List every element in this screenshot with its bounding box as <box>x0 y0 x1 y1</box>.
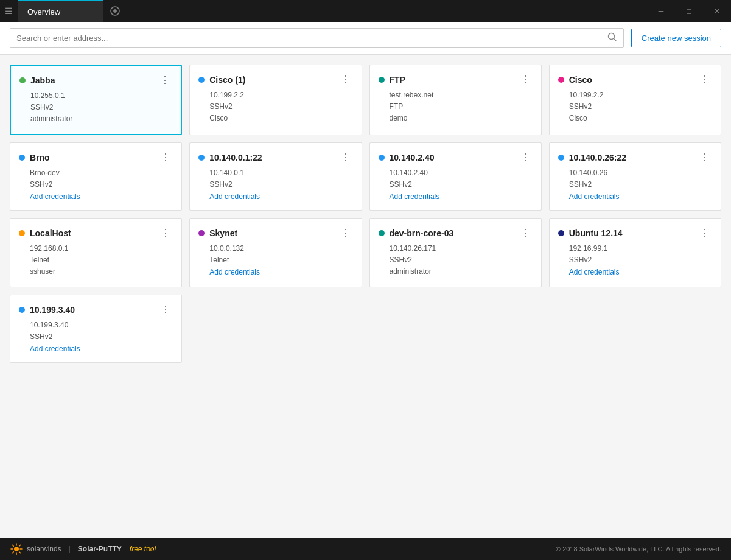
card-body: 192.168.0.1Telnetsshuser <box>19 243 173 278</box>
session-card-ubuntu[interactable]: Ubuntu 12.14 ⋮ 192.16.99.1SSHv2Add crede… <box>549 218 721 287</box>
card-body: 192.16.99.1SSHv2Add credentials <box>558 243 712 277</box>
card-menu-button[interactable]: ⋮ <box>338 152 353 164</box>
card-protocol: SSHv2 <box>569 101 712 113</box>
card-menu-button[interactable]: ⋮ <box>338 74 353 86</box>
card-menu-button[interactable]: ⋮ <box>158 74 172 86</box>
card-protocol: SSHv2 <box>30 331 173 343</box>
add-credentials-link[interactable]: Add credentials <box>30 192 80 201</box>
session-grid: Jabba ⋮ 10.255.0.1SSHv2administrator Cis… <box>10 65 721 363</box>
session-card-ip4[interactable]: 10.199.3.40 ⋮ 10.199.3.40SSHv2Add creden… <box>10 295 182 363</box>
status-dot <box>198 155 205 161</box>
add-credentials-link[interactable]: Add credentials <box>30 345 80 353</box>
add-credentials-link[interactable]: Add credentials <box>209 268 260 276</box>
card-menu-button[interactable]: ⋮ <box>698 74 712 86</box>
status-dot <box>19 155 25 161</box>
footer-app-name: Solar-PuTTY <box>78 545 122 553</box>
card-title: 10.140.0.1:22 <box>209 153 262 163</box>
card-menu-button[interactable]: ⋮ <box>518 227 533 239</box>
add-credentials-link[interactable]: Add credentials <box>569 268 620 276</box>
card-protocol: SSHv2 <box>30 179 173 191</box>
card-menu-button[interactable]: ⋮ <box>698 227 712 239</box>
card-address: 192.168.0.1 <box>30 243 173 254</box>
active-tab[interactable]: Overview <box>18 0 103 22</box>
card-menu-button[interactable]: ⋮ <box>158 227 173 239</box>
card-header: Ubuntu 12.14 ⋮ <box>558 227 712 239</box>
card-title: 10.140.2.40 <box>390 153 435 163</box>
search-bar[interactable] <box>10 28 624 48</box>
card-title: Cisco <box>569 75 592 85</box>
card-address: 10.140.26.171 <box>390 243 533 254</box>
card-header: Skynet ⋮ <box>198 227 352 239</box>
card-header: Brno ⋮ <box>19 152 173 164</box>
card-menu-button[interactable]: ⋮ <box>158 304 173 316</box>
session-card-ip1[interactable]: 10.140.0.1:22 ⋮ 10.140.0.1SSHv2Add crede… <box>189 142 362 211</box>
card-menu-button[interactable]: ⋮ <box>518 74 533 86</box>
status-dot <box>379 230 385 236</box>
card-title: Ubuntu 12.14 <box>569 228 623 238</box>
footer: solarwinds | Solar-PuTTY free tool © 201… <box>0 538 731 560</box>
card-address: 10.140.2.40 <box>390 167 533 179</box>
card-body: 10.199.2.2SSHv2Cisco <box>198 89 352 125</box>
tab-label: Overview <box>27 7 60 16</box>
card-header: Cisco ⋮ <box>558 74 712 86</box>
card-title: Brno <box>30 153 50 163</box>
toolbar: Create new session <box>0 22 731 55</box>
add-credentials-link[interactable]: Add credentials <box>209 192 260 201</box>
session-card-ip3[interactable]: 10.140.0.26:22 ⋮ 10.140.0.26SSHv2Add cre… <box>549 142 721 211</box>
card-menu-button[interactable]: ⋮ <box>158 152 173 164</box>
card-header: LocalHost ⋮ <box>19 227 173 239</box>
session-card-jabba[interactable]: Jabba ⋮ 10.255.0.1SSHv2administrator <box>10 65 182 135</box>
card-user: sshuser <box>30 266 173 278</box>
search-input[interactable] <box>16 33 607 43</box>
hamburger-icon[interactable]: ☰ <box>5 6 13 16</box>
card-address: 10.140.0.1 <box>209 167 352 179</box>
card-header: Cisco (1) ⋮ <box>198 74 352 86</box>
maximize-button[interactable]: ◻ <box>675 0 703 22</box>
card-header: FTP ⋮ <box>379 74 533 86</box>
add-tab-button[interactable] <box>103 0 127 22</box>
session-card-ip2[interactable]: 10.140.2.40 ⋮ 10.140.2.40SSHv2Add creden… <box>369 142 542 211</box>
card-body: 10.140.2.40SSHv2Add credentials <box>379 167 533 201</box>
card-header: 10.140.2.40 ⋮ <box>379 152 533 164</box>
card-protocol: SSHv2 <box>209 101 352 113</box>
title-bar: ☰ Overview ─ ◻ ✕ <box>0 0 731 22</box>
card-user: administrator <box>30 113 172 125</box>
card-menu-button[interactable]: ⋮ <box>698 152 712 164</box>
session-card-skynet[interactable]: Skynet ⋮ 10.0.0.132TelnetAdd credentials <box>189 218 362 287</box>
close-button[interactable]: ✕ <box>703 0 731 22</box>
main-content: Jabba ⋮ 10.255.0.1SSHv2administrator Cis… <box>0 55 731 538</box>
card-menu-button[interactable]: ⋮ <box>338 227 353 239</box>
create-session-button[interactable]: Create new session <box>631 29 721 47</box>
card-body: test.rebex.netFTPdemo <box>379 89 533 125</box>
search-icon <box>607 32 617 44</box>
card-title: LocalHost <box>30 228 71 238</box>
session-card-localhost[interactable]: LocalHost ⋮ 192.168.0.1Telnetsshuser <box>10 218 182 287</box>
session-card-dev-brn-core-03[interactable]: dev-brn-core-03 ⋮ 10.140.26.171SSHv2admi… <box>369 218 542 287</box>
card-header: dev-brn-core-03 ⋮ <box>379 227 533 239</box>
status-dot <box>19 77 26 83</box>
card-header: 10.199.3.40 ⋮ <box>19 304 173 316</box>
session-card-cisco1[interactable]: Cisco (1) ⋮ 10.199.2.2SSHv2Cisco <box>189 65 362 135</box>
card-title: dev-brn-core-03 <box>390 228 454 238</box>
card-header: 10.140.0.1:22 ⋮ <box>198 152 352 164</box>
card-menu-button[interactable]: ⋮ <box>518 152 533 164</box>
minimize-button[interactable]: ─ <box>647 0 675 22</box>
card-protocol: SSHv2 <box>30 102 172 113</box>
card-address: 10.199.3.40 <box>30 320 173 331</box>
card-title: FTP <box>390 75 405 85</box>
session-card-cisco[interactable]: Cisco ⋮ 10.199.2.2SSHv2Cisco <box>549 65 721 135</box>
session-card-brno[interactable]: Brno ⋮ Brno-devSSHv2Add credentials <box>10 142 182 211</box>
footer-free-label: free tool <box>130 545 156 553</box>
add-credentials-link[interactable]: Add credentials <box>569 192 620 201</box>
status-dot <box>379 155 385 161</box>
card-protocol: Telnet <box>209 254 352 266</box>
card-title: Jabba <box>30 75 55 85</box>
add-credentials-link[interactable]: Add credentials <box>390 192 440 201</box>
card-address: 10.0.0.132 <box>209 243 352 254</box>
card-title: Skynet <box>209 228 237 238</box>
card-body: 10.199.3.40SSHv2Add credentials <box>19 320 173 354</box>
status-dot <box>558 77 564 83</box>
session-card-ftp[interactable]: FTP ⋮ test.rebex.netFTPdemo <box>369 65 542 135</box>
card-body: 10.140.0.1SSHv2Add credentials <box>198 167 352 201</box>
card-user: Cisco <box>209 113 352 124</box>
